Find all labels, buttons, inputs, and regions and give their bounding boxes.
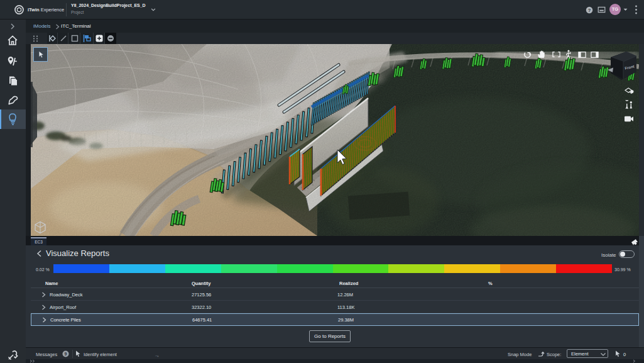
svg-text:?: ? <box>588 8 591 13</box>
svg-text:9: 9 <box>65 352 67 356</box>
